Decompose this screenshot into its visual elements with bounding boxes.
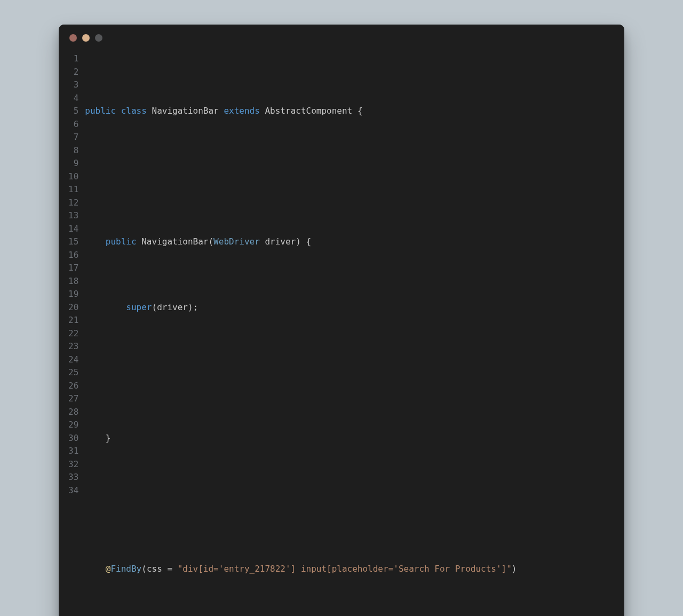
line-number: 14 (68, 223, 78, 236)
line-number: 8 (68, 144, 78, 157)
type-webdriver: WebDriver (213, 236, 260, 247)
line-number: 25 (68, 366, 78, 380)
line-number: 11 (68, 183, 78, 196)
line-number: 30 (68, 432, 78, 445)
annotation-findby: FindBy (110, 564, 141, 574)
superclass-name: AbstractComponent (265, 106, 352, 116)
code-line[interactable]: } (85, 432, 618, 445)
line-number: 21 (68, 314, 78, 327)
line-number: 23 (68, 340, 78, 353)
code-line[interactable]: public class NavigationBar extends Abstr… (85, 105, 618, 118)
code-line[interactable] (85, 170, 618, 184)
maximize-icon[interactable] (95, 34, 102, 42)
line-number: 15 (68, 235, 78, 249)
line-number: 12 (68, 196, 78, 210)
line-number: 3 (68, 78, 78, 92)
line-number: 6 (68, 118, 78, 131)
window-titlebar (59, 25, 624, 45)
line-number-gutter: 1234567891011121314151617181920212223242… (59, 52, 85, 616)
close-icon[interactable] (69, 34, 77, 42)
code-line[interactable]: super(driver); (85, 301, 618, 314)
minimize-icon[interactable] (82, 34, 90, 42)
code-line[interactable]: public NavigationBar(WebDriver driver) { (85, 235, 618, 249)
line-number: 17 (68, 262, 78, 275)
line-number: 5 (68, 105, 78, 118)
line-number: 10 (68, 170, 78, 184)
code-editor-window: 1234567891011121314151617181920212223242… (59, 25, 624, 616)
string-css-selector: "div[id='entry_217822'] input[placeholde… (178, 564, 512, 574)
line-number: 33 (68, 471, 78, 484)
line-number: 26 (68, 380, 78, 393)
line-number: 22 (68, 327, 78, 341)
line-number: 16 (68, 249, 78, 262)
line-number: 29 (68, 418, 78, 432)
line-number: 9 (68, 157, 78, 170)
line-number: 34 (68, 484, 78, 497)
line-number: 7 (68, 131, 78, 144)
line-number: 2 (68, 66, 78, 79)
code-line[interactable]: @FindBy(css = "div[id='entry_217822'] in… (85, 563, 618, 576)
line-number: 18 (68, 275, 78, 288)
line-number: 31 (68, 445, 78, 458)
line-number: 32 (68, 458, 78, 471)
line-number: 13 (68, 209, 78, 223)
keyword-super: super (126, 302, 152, 312)
keyword-extends: extends (224, 106, 259, 116)
class-name: NavigationBar (152, 106, 219, 116)
keyword-public: public (85, 106, 116, 116)
line-number: 4 (68, 92, 78, 105)
line-number: 20 (68, 301, 78, 314)
line-number: 27 (68, 392, 78, 406)
code-line[interactable] (85, 497, 618, 510)
line-number: 1 (68, 52, 78, 66)
line-number: 28 (68, 406, 78, 419)
line-number: 19 (68, 288, 78, 301)
code-line[interactable] (85, 366, 618, 380)
code-area: 1234567891011121314151617181920212223242… (59, 45, 624, 616)
line-number: 24 (68, 353, 78, 367)
source-code[interactable]: public class NavigationBar extends Abstr… (85, 52, 618, 616)
keyword-class: class (121, 106, 147, 116)
annotation-at: @ (106, 564, 111, 574)
